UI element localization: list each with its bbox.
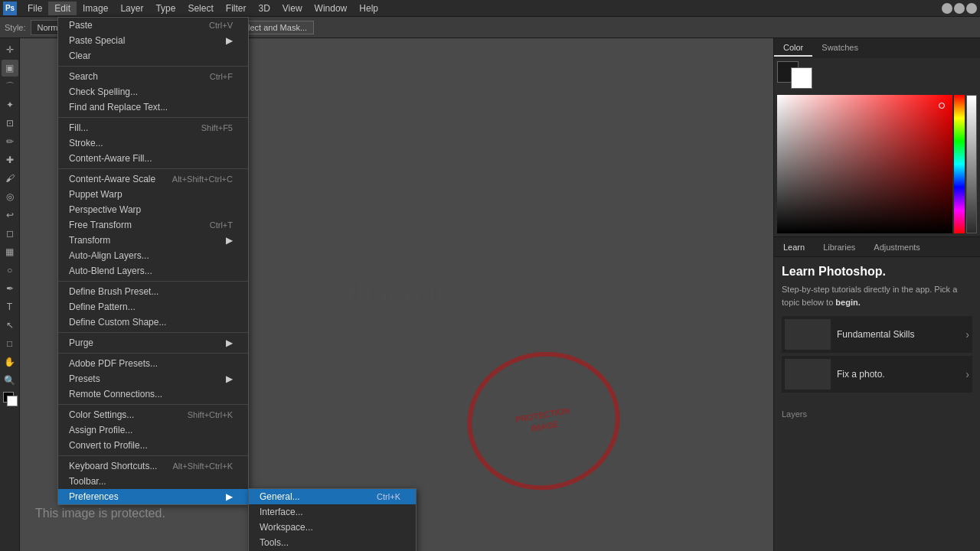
edit-menu: Paste Ctrl+V Paste Special ▶ Clear Searc… — [57, 17, 249, 505]
style-label: Style: — [5, 23, 26, 32]
right-panel: Color Swatches Learn Libraries Adjustmen… — [773, 38, 980, 551]
menu-puppet-warp[interactable]: Puppet Warp — [58, 187, 248, 202]
move-tool[interactable]: ✛ — [2, 41, 18, 58]
menu-clear[interactable]: Clear — [58, 48, 248, 64]
color-tab[interactable]: Color — [774, 40, 812, 57]
menu-3d[interactable]: 3D — [252, 2, 276, 15]
menu-pdf-presets[interactable]: Adobe PDF Presets... — [58, 356, 248, 371]
swatches-tab[interactable]: Swatches — [812, 40, 867, 57]
menu-perspective-warp[interactable]: Perspective Warp — [58, 202, 248, 217]
learn-content: Learn Photoshop. Step-by-step tutorials … — [774, 257, 980, 403]
learn-card-title-1: Fix a photo. — [837, 369, 959, 380]
learn-tab[interactable]: Learn — [774, 240, 814, 255]
menu-bar: Ps File Edit Image Layer Type Select Fil… — [0, 0, 980, 17]
menu-toolbar[interactable]: Toolbar... — [58, 474, 248, 489]
learn-card-0[interactable]: Fundamental Skills › — [782, 316, 972, 353]
menu-convert-profile[interactable]: Convert to Profile... — [58, 438, 248, 453]
divider-7 — [58, 404, 248, 405]
libraries-tab[interactable]: Libraries — [814, 240, 864, 255]
color-cursor — [939, 103, 945, 109]
menu-file[interactable]: File — [21, 2, 48, 15]
brush-tool[interactable]: 🖌 — [2, 170, 18, 187]
marquee-tool[interactable]: ▣ — [2, 60, 18, 77]
menu-content-aware-scale[interactable]: Content-Aware Scale Alt+Shift+Ctrl+C — [58, 171, 248, 187]
menu-fill[interactable]: Fill... Shift+F5 — [58, 120, 248, 135]
menu-auto-align[interactable]: Auto-Align Layers... — [58, 248, 248, 263]
text-tool[interactable]: T — [2, 298, 18, 315]
healing-tool[interactable]: ✚ — [2, 152, 18, 168]
history-brush-tool[interactable]: ↩ — [2, 207, 18, 223]
menu-assign-profile[interactable]: Assign Profile... — [58, 422, 248, 438]
dodge-tool[interactable]: ○ — [2, 262, 18, 279]
maximize-btn[interactable] — [954, 3, 965, 14]
shape-tool[interactable]: □ — [2, 335, 18, 352]
menu-view[interactable]: View — [276, 2, 309, 15]
menu-help[interactable]: Help — [353, 2, 384, 15]
magic-wand-tool[interactable]: ✦ — [2, 96, 18, 113]
learn-card-1[interactable]: Fix a photo. › — [782, 356, 972, 393]
fg-bg-colors[interactable] — [2, 390, 18, 407]
stamp-tool[interactable]: ◎ — [2, 188, 18, 205]
menu-paste[interactable]: Paste Ctrl+V — [58, 18, 248, 33]
eyedropper-tool[interactable]: ✏ — [2, 133, 18, 150]
menu-type[interactable]: Type — [149, 2, 181, 15]
menu-select[interactable]: Select — [181, 2, 219, 15]
menu-image[interactable]: Image — [77, 2, 114, 15]
divider-3 — [58, 168, 248, 169]
learn-subtitle: Step-by-step tutorials directly in the a… — [782, 283, 972, 308]
menu-layer[interactable]: Layer — [114, 2, 149, 15]
menu-find-replace[interactable]: Find and Replace Text... — [58, 99, 248, 115]
menu-presets[interactable]: Presets ▶ — [58, 371, 248, 386]
minimize-btn[interactable] — [942, 3, 952, 14]
hue-slider[interactable] — [954, 95, 965, 233]
path-select-tool[interactable]: ↖ — [2, 317, 18, 334]
menu-define-shape[interactable]: Define Custom Shape... — [58, 315, 248, 330]
edit-dropdown: Paste Ctrl+V Paste Special ▶ Clear Searc… — [57, 17, 249, 505]
learn-card-arrow-0: › — [965, 328, 969, 341]
menu-content-aware-fill[interactable]: Content-Aware Fill... — [58, 151, 248, 166]
zoom-tool[interactable]: 🔍 — [2, 372, 18, 389]
app-icon: Ps — [3, 2, 17, 15]
gradient-tool[interactable]: ▦ — [2, 243, 18, 260]
divider-1 — [58, 66, 248, 67]
color-gradient[interactable] — [777, 95, 952, 233]
menu-auto-blend[interactable]: Auto-Blend Layers... — [58, 263, 248, 279]
lasso-tool[interactable]: ⌒ — [2, 78, 18, 95]
learn-card-title-0: Fundamental Skills — [837, 329, 959, 340]
menu-paste-special[interactable]: Paste Special ▶ — [58, 33, 248, 48]
menu-remote[interactable]: Remote Connections... — [58, 386, 248, 402]
menu-free-transform[interactable]: Free Transform Ctrl+T — [58, 217, 248, 233]
learn-title: Learn Photoshop. — [782, 265, 972, 279]
color-panel-tabs: Color Swatches — [774, 38, 980, 58]
menu-stroke[interactable]: Stroke... — [58, 135, 248, 151]
window-controls — [942, 3, 977, 14]
learn-card-thumb-0 — [785, 319, 831, 350]
learn-card-thumb-1 — [785, 359, 831, 390]
menu-search[interactable]: Search Ctrl+F — [58, 69, 248, 84]
eraser-tool[interactable]: ◻ — [2, 225, 18, 242]
crop-tool[interactable]: ⊡ — [2, 115, 18, 132]
adjustments-tab[interactable]: Adjustments — [864, 240, 929, 255]
menu-keyboard-shortcuts[interactable]: Keyboard Shortcuts... Alt+Shift+Ctrl+K — [58, 458, 248, 474]
close-btn[interactable] — [966, 3, 977, 14]
menu-transform[interactable]: Transform ▶ — [58, 233, 248, 248]
swatch-boxes — [774, 58, 980, 92]
menu-define-brush[interactable]: Define Brush Preset... — [58, 284, 248, 299]
pen-tool[interactable]: ✒ — [2, 280, 18, 297]
menu-define-pattern[interactable]: Define Pattern... — [58, 299, 248, 315]
menu-purge[interactable]: Purge ▶ — [58, 335, 248, 350]
background-color[interactable] — [791, 67, 812, 89]
menu-check-spelling[interactable]: Check Spelling... — [58, 84, 248, 99]
menu-preferences[interactable]: Preferences ▶ General... Ctrl+K Interfac… — [58, 489, 248, 504]
opacity-slider[interactable] — [966, 95, 977, 233]
pref-general[interactable]: General... Ctrl+K — [249, 489, 416, 504]
pref-tools[interactable]: Tools... — [249, 535, 416, 550]
menu-edit[interactable]: Edit — [48, 2, 77, 15]
menu-filter[interactable]: Filter — [220, 2, 253, 15]
pref-interface[interactable]: Interface... — [249, 504, 416, 520]
hand-tool[interactable]: ✋ — [2, 354, 18, 370]
pref-workspace[interactable]: Workspace... — [249, 520, 416, 535]
menu-window[interactable]: Window — [309, 2, 354, 15]
divider-6 — [58, 353, 248, 354]
menu-color-settings[interactable]: Color Settings... Shift+Ctrl+K — [58, 407, 248, 422]
